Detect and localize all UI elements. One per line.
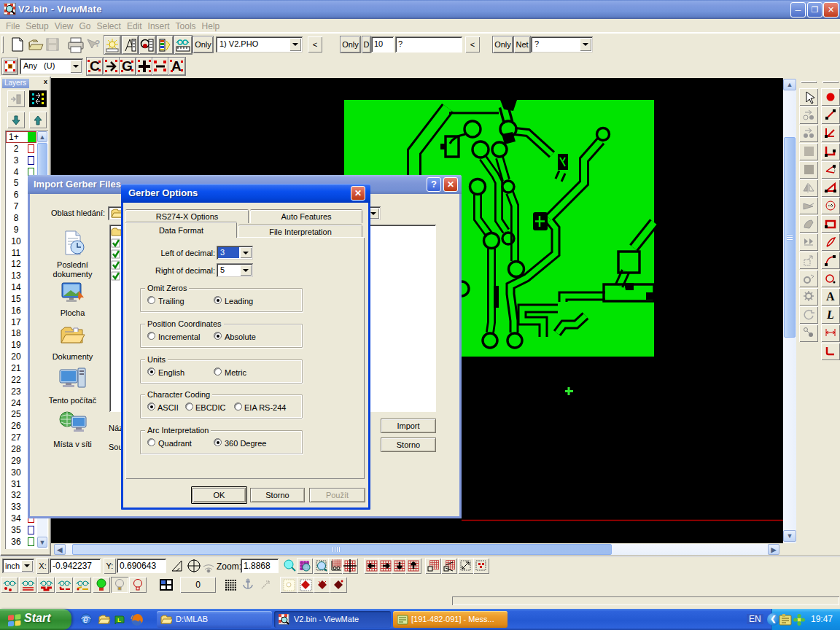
svg-text:e: e: [83, 615, 88, 625]
svg-text:L: L: [117, 617, 121, 623]
svg-text:?: ?: [95, 39, 100, 49]
svg-text:L: L: [826, 308, 834, 321]
svg-text:A: A: [826, 290, 835, 303]
svg-text:A: A: [171, 58, 182, 74]
svg-text:G: G: [122, 58, 133, 74]
svg-text:C: C: [90, 58, 100, 74]
